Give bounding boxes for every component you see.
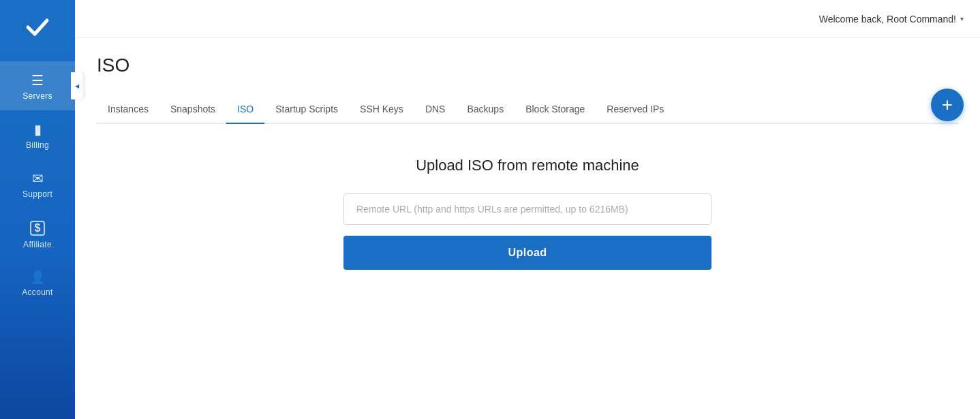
sidebar-item-account-label: Account	[22, 288, 52, 297]
support-icon: ✉	[32, 172, 44, 185]
tab-ssh-keys[interactable]: SSH Keys	[349, 95, 414, 123]
sidebar-item-servers[interactable]: ☰ Servers	[0, 61, 75, 110]
billing-icon: ▮	[34, 123, 42, 136]
header: Welcome back, Root Command! ▾	[75, 0, 980, 38]
sidebar-item-billing[interactable]: ▮ Billing	[0, 110, 75, 159]
remote-url-input[interactable]	[343, 193, 711, 225]
page-title: ISO	[97, 55, 958, 76]
tab-instances[interactable]: Instances	[97, 95, 159, 123]
tabs-container: Instances Snapshots ISO Startup Scripts …	[97, 95, 958, 124]
sidebar-item-affiliate-label: Affiliate	[23, 240, 52, 249]
upload-button[interactable]: Upload	[343, 236, 711, 270]
main-content: Welcome back, Root Command! ▾ ISO Instan…	[75, 0, 980, 419]
tab-startup-scripts[interactable]: Startup Scripts	[264, 95, 349, 123]
servers-icon: ☰	[31, 74, 44, 87]
sidebar-item-support[interactable]: ✉ Support	[0, 159, 75, 208]
upload-title: Upload ISO from remote machine	[416, 157, 639, 174]
sidebar-nav: ☰ Servers ▮ Billing ✉ Support $ Affiliat…	[0, 61, 75, 419]
sidebar-collapse-button[interactable]	[71, 72, 83, 99]
tab-iso[interactable]: ISO	[226, 95, 264, 123]
tab-backups[interactable]: Backups	[456, 95, 515, 123]
sidebar: ☰ Servers ▮ Billing ✉ Support $ Affiliat…	[0, 0, 75, 419]
sidebar-item-account[interactable]: 👤 Account	[0, 259, 75, 307]
tab-reserved-ips[interactable]: Reserved IPs	[596, 95, 675, 123]
add-iso-button[interactable]: +	[931, 89, 964, 121]
tab-dns[interactable]: DNS	[414, 95, 457, 123]
sidebar-item-servers-label: Servers	[22, 91, 52, 101]
logo	[0, 0, 75, 55]
sidebar-item-support-label: Support	[22, 189, 52, 199]
page-content: ISO Instances Snapshots ISO Startup Scri…	[75, 38, 980, 419]
tab-snapshots[interactable]: Snapshots	[159, 95, 226, 123]
welcome-dropdown[interactable]: Welcome back, Root Command! ▾	[819, 14, 964, 25]
upload-section: Upload ISO from remote machine Upload	[343, 157, 711, 270]
welcome-message: Welcome back, Root Command!	[819, 14, 956, 25]
header-chevron-icon: ▾	[960, 15, 964, 22]
account-icon: 👤	[30, 271, 45, 283]
affiliate-icon: $	[30, 221, 46, 236]
sidebar-item-billing-label: Billing	[26, 140, 49, 150]
tab-block-storage[interactable]: Block Storage	[515, 95, 596, 123]
sidebar-item-affiliate[interactable]: $ Affiliate	[0, 208, 75, 259]
